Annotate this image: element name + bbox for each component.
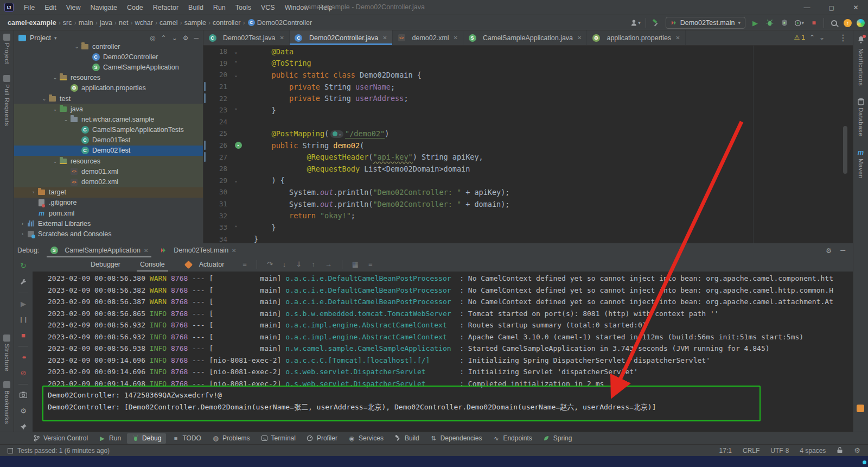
breadcrumb-item[interactable]: src — [63, 19, 72, 27]
tool-window-button-endpoints[interactable]: ∿Endpoints — [488, 433, 537, 444]
tool-button-pull-requests[interactable]: Pull Requests — [4, 84, 10, 126]
coverage-button[interactable] — [780, 18, 789, 28]
tree-item-controller[interactable]: ⌄controller — [14, 41, 203, 52]
run-to-cursor-icon[interactable]: → — [325, 260, 332, 269]
code-line[interactable]: 30 System.out.println("Demo02Controller:… — [203, 186, 853, 198]
locate-file-icon[interactable]: ◎ — [150, 34, 155, 42]
breadcrumb-item[interactable]: controller — [213, 19, 240, 27]
breadcrumb-item[interactable]: sample — [184, 19, 206, 27]
notifications-bell-icon[interactable] — [857, 36, 865, 46]
code-line[interactable]: 24 — [203, 116, 853, 128]
ide-settings-icon[interactable]: ⚙ — [854, 446, 860, 455]
tree-chevron-icon[interactable]: ⌄ — [74, 44, 80, 49]
breadcrumb-item[interactable]: camel — [159, 19, 177, 27]
code-line[interactable]: 23⌃ } — [203, 104, 853, 116]
database-icon[interactable] — [857, 98, 865, 105]
code-line[interactable]: 21 private String userName; — [203, 81, 853, 93]
indent-setting[interactable]: 4 spaces — [800, 447, 826, 455]
line-separator[interactable]: CRLF — [743, 447, 760, 455]
editor-tab-demo02test-java[interactable]: CDemo02Test.java✕ — [203, 30, 290, 45]
settings-wrench-icon[interactable] — [18, 276, 29, 287]
console-output[interactable]: 2023-02-09 00:08:56.380 WARN 8768 --- [ … — [33, 272, 853, 432]
tree-item-camelsampleapplicationtests[interactable]: CCamelSampleApplicationTests — [14, 125, 203, 135]
minimize-icon[interactable]: — — [795, 0, 819, 15]
close-tab-icon[interactable]: ✕ — [144, 248, 148, 254]
tool-window-button-problems[interactable]: ◍Problems — [207, 433, 255, 444]
chevron-down-icon[interactable]: ▾ — [54, 35, 57, 41]
debug-session-tab-demo02test-main[interactable]: Demo02Test.main✕ — [154, 243, 241, 257]
mute-breakpoints-icon[interactable]: ⊘ — [18, 368, 29, 378]
tool-button-bookmarks[interactable]: Bookmarks — [4, 390, 10, 424]
prev-issue-icon[interactable]: ⌃ — [809, 34, 815, 41]
tree-item-demo02controller[interactable]: CDemo02Controller — [14, 52, 203, 62]
user-share-icon[interactable]: ▾ — [631, 18, 641, 28]
tool-window-button-dependencies[interactable]: ⇅Dependencies — [425, 433, 487, 444]
breadcrumb-item[interactable]: main — [79, 19, 93, 27]
menu-item-view[interactable]: View — [61, 0, 86, 15]
code-line[interactable]: 28 @RequestBody List<Demo02Domain>domain — [203, 163, 853, 175]
tree-chevron-icon[interactable]: ⌄ — [41, 96, 47, 102]
maximize-icon[interactable]: ▢ — [819, 0, 844, 15]
tree-item-demo02-xml[interactable]: <>demo02.xml — [14, 176, 203, 187]
tool-window-button-terminal[interactable]: >_Terminal — [256, 433, 301, 444]
debug-view-tab-console[interactable]: Console — [131, 257, 174, 272]
code-line[interactable]: 22 private String userAddress; — [203, 92, 853, 104]
fold-marker-icon[interactable]: ⌄ — [231, 72, 241, 78]
view-breakpoints-icon[interactable]: ●● — [18, 352, 29, 363]
debug-settings-gear-icon[interactable]: ⚙ — [18, 405, 29, 416]
tree-item-target[interactable]: ›target — [14, 187, 203, 198]
rerun-icon[interactable]: ↻ — [18, 261, 29, 272]
tool-window-button-services[interactable]: ◉Services — [343, 433, 388, 444]
editor-tab-application-properties[interactable]: ⚙application.properties✕ — [587, 30, 685, 45]
menu-item-refactor[interactable]: Refactor — [148, 0, 183, 15]
next-issue-icon[interactable]: ⌄ — [819, 34, 825, 41]
hide-panel-icon[interactable]: ─ — [840, 247, 845, 255]
project-tool-icon[interactable] — [3, 34, 10, 41]
inspection-widget[interactable]: ⚠ 1 ⌃ ⌄ — [794, 34, 825, 41]
tree-item-demo01test[interactable]: CDemo01Test — [14, 135, 203, 146]
tree-chevron-icon[interactable]: › — [20, 221, 25, 226]
maven-icon[interactable]: m — [858, 148, 864, 156]
fold-marker-icon[interactable]: ⌄ — [231, 49, 241, 54]
tool-window-button-todo[interactable]: ≡TODO — [167, 433, 206, 444]
tool-window-button-debug[interactable]: Debug — [127, 433, 166, 444]
lock-icon[interactable] — [837, 446, 843, 455]
code-line[interactable]: 32 return "okay!"; — [203, 210, 853, 222]
fold-marker-icon[interactable]: ⌃ — [231, 108, 241, 113]
code-with-me-icon[interactable] — [857, 19, 865, 27]
editor-scrollbar[interactable] — [843, 126, 847, 174]
tree-item-resources[interactable]: ⌄resources — [14, 156, 203, 166]
tool-window-button-version-control[interactable]: Version Control — [28, 433, 93, 444]
tab-options-kebab-icon[interactable]: ⋮ — [833, 30, 853, 45]
code-line[interactable]: 29⌄ ) { — [203, 175, 853, 187]
debug-button[interactable] — [765, 18, 775, 28]
thread-dump-camera-icon[interactable] — [18, 390, 29, 401]
editor-tab-camelsampleapplication-java[interactable]: SCamelSampleApplication.java✕ — [463, 30, 587, 45]
pause-icon[interactable]: ❘❘ — [18, 314, 29, 325]
endpoint-inlay-icon[interactable]: ⌄ — [330, 130, 343, 138]
breadcrumb-project[interactable]: camel-example — [8, 19, 56, 27]
file-encoding[interactable]: UTF-8 — [770, 447, 789, 455]
tree-chevron-icon[interactable]: ⌄ — [52, 75, 58, 80]
close-tab-icon[interactable]: ✕ — [577, 35, 582, 41]
debug-view-tab-debugger[interactable]: Debugger — [82, 257, 129, 272]
build-hammer-icon[interactable] — [651, 18, 661, 28]
menu-item-tools[interactable]: Tools — [231, 0, 256, 15]
layout-rows-icon[interactable]: ≡ — [368, 260, 373, 269]
close-tab-icon[interactable]: ✕ — [232, 248, 236, 254]
tree-item-camelsampleapplication[interactable]: SCamelSampleApplication — [14, 62, 203, 72]
debug-session-tab-camelsampleapplication[interactable]: SCamelSampleApplication✕ — [44, 243, 154, 257]
stop-icon[interactable]: ■ — [18, 330, 29, 340]
close-tab-icon[interactable]: ✕ — [675, 35, 680, 41]
tree-item--gitignore[interactable]: .gitignore — [14, 198, 203, 208]
hide-panel-icon[interactable]: ─ — [194, 34, 199, 42]
breadcrumb-item[interactable]: net — [119, 19, 128, 27]
pull-requests-tool-icon[interactable] — [3, 75, 10, 82]
menu-item-file[interactable]: File — [19, 0, 40, 15]
search-everywhere-icon[interactable] — [829, 18, 839, 28]
tree-chevron-icon[interactable]: › — [30, 190, 36, 195]
tree-item-external-libraries[interactable]: ›External Libraries — [14, 218, 203, 229]
expand-all-icon[interactable]: ⌃ — [161, 34, 167, 42]
close-icon[interactable]: ✕ — [844, 0, 868, 15]
tool-window-button-run[interactable]: ▶Run — [94, 433, 126, 444]
